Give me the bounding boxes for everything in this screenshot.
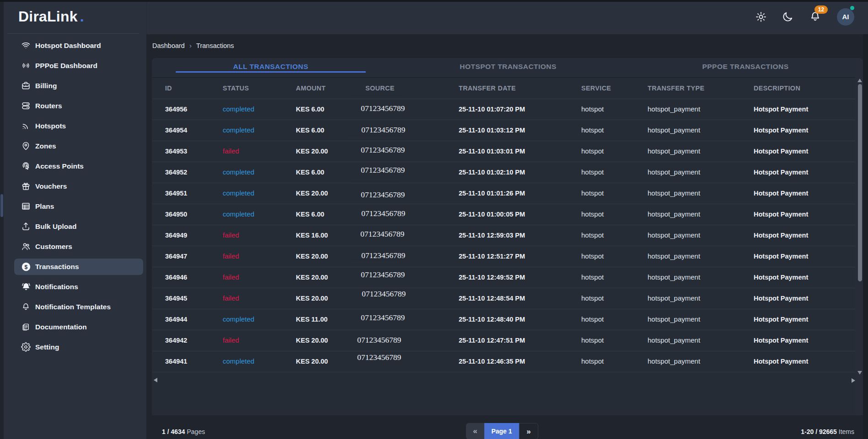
- svg-text:$: $: [25, 264, 28, 270]
